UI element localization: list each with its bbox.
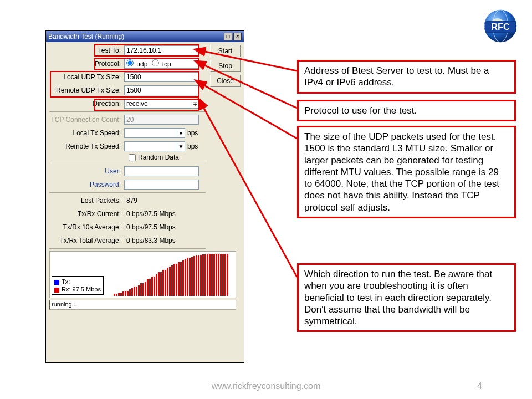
traffic-chart: Tx: Rx: 97.5 Mbps: [49, 251, 236, 298]
value-lost: 879: [124, 195, 206, 207]
window-title: Bandwidth Test (Running): [48, 33, 124, 40]
value-avgtot: 0 bps/83.3 Mbps: [124, 234, 206, 247]
local-tx-input[interactable]: ▼: [124, 128, 185, 138]
label-cur: Tx/Rx Current:: [49, 210, 124, 218]
callout-udp-size: The size of the UDP packets used for the…: [297, 126, 516, 218]
label-avg10: Tx/Rx 10s Average:: [49, 223, 124, 231]
remote-tx-input[interactable]: ▼: [124, 141, 185, 151]
highlight-udp-size: [50, 71, 200, 98]
label-random-data: Random Data: [138, 154, 179, 161]
restore-icon[interactable]: □: [224, 33, 232, 40]
label-avgtot: Tx/Rx Total Average:: [49, 237, 124, 244]
unit-bps: bps: [187, 142, 198, 150]
stop-button[interactable]: Stop: [210, 60, 241, 72]
page-number: 4: [477, 381, 482, 391]
logo-text: RFC: [491, 22, 510, 32]
highlight-direction: [94, 99, 200, 111]
value-cur: 0 bps/97.5 Mbps: [124, 208, 206, 220]
label-user: User:: [49, 167, 124, 175]
close-button[interactable]: Close: [210, 75, 241, 87]
password-input[interactable]: [124, 180, 199, 190]
rfc-logo: RFC: [477, 7, 524, 45]
square-icon: [54, 280, 59, 285]
highlight-protocol: [94, 58, 200, 70]
chevron-down-icon: ▼: [177, 129, 185, 137]
value-avg10: 0 bps/97.5 Mbps: [124, 221, 206, 233]
label-password: Password:: [49, 181, 124, 188]
label-lost: Lost Packets:: [49, 197, 124, 204]
label-remote-tx: Remote Tx Speed:: [49, 142, 124, 150]
status-bar: running...: [49, 300, 236, 310]
chevron-down-icon: ▼: [177, 142, 185, 151]
unit-bps: bps: [187, 129, 198, 137]
random-data-checkbox[interactable]: [129, 154, 136, 161]
user-input[interactable]: [124, 166, 199, 176]
tcp-conn-input: [124, 115, 199, 125]
callout-test-to: Address of Btest Server to test to. Must…: [297, 60, 516, 94]
callout-direction: Which direction to run the test. Be awar…: [297, 263, 516, 332]
square-icon: [54, 288, 59, 293]
callout-protocol: Protocol to use for the test.: [297, 100, 516, 121]
highlight-test-to: [94, 44, 200, 57]
footer-url: www.rickfreyconsulting.com: [0, 381, 532, 391]
chart-legend: Tx: Rx: 97.5 Mbps: [52, 276, 104, 295]
label-local-tx: Local Tx Speed:: [49, 129, 124, 137]
start-button[interactable]: Start: [210, 45, 241, 57]
close-icon[interactable]: ✕: [233, 33, 242, 40]
titlebar[interactable]: Bandwidth Test (Running) □ ✕: [46, 31, 244, 42]
label-tcp-conn: TCP Connection Count:: [49, 116, 124, 124]
